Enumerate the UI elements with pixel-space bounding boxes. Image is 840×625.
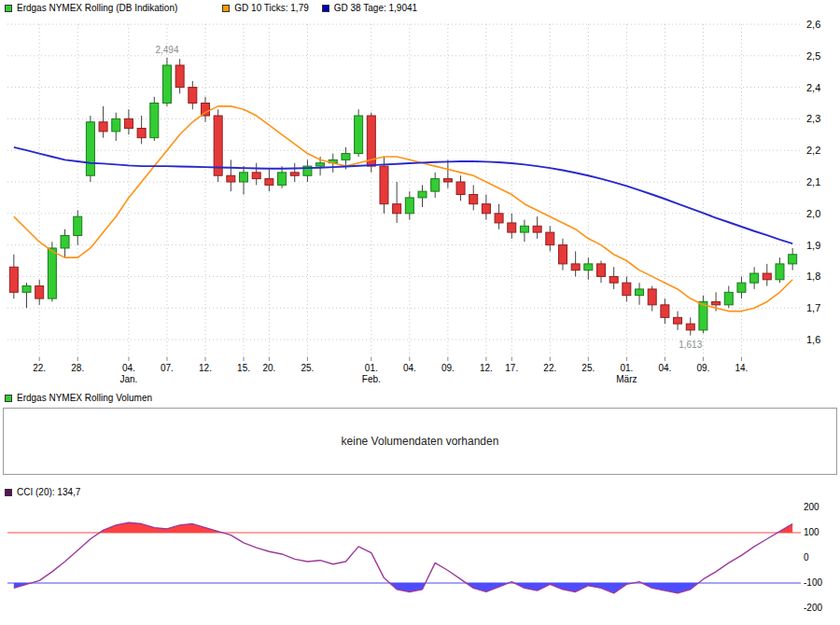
- candle: [533, 216, 541, 239]
- price-annotation: 1,613: [679, 340, 702, 350]
- candle: [776, 257, 784, 283]
- svg-text:20.: 20.: [262, 363, 275, 373]
- legend-item-gd10: GD 10 Ticks: 1,79: [222, 3, 308, 13]
- candle: [584, 257, 593, 280]
- candle: [495, 204, 503, 229]
- svg-text:04.: 04.: [122, 363, 135, 373]
- gd10-color-swatch: [222, 5, 230, 12]
- cci-overbought-fill: [14, 522, 792, 593]
- gd38-label: GD 38 Tage: 1,9041: [334, 3, 417, 13]
- price-axis-labels: 2,62,52,42,32,22,12,01,91,81,71,6: [806, 19, 820, 345]
- candle: [789, 248, 797, 271]
- svg-text:2,1: 2,1: [806, 176, 820, 188]
- gd10-label: GD 10 Ticks: 1,79: [234, 3, 308, 13]
- candle: [74, 210, 82, 244]
- svg-text:2,2: 2,2: [806, 145, 820, 156]
- candle: [265, 169, 273, 191]
- candle: [252, 163, 260, 186]
- cci-label: CCI (20): 134,7: [17, 487, 80, 497]
- svg-text:09.: 09.: [696, 363, 709, 373]
- svg-text:2,5: 2,5: [806, 50, 820, 62]
- candle: [482, 195, 490, 220]
- svg-text:1,9: 1,9: [806, 240, 820, 251]
- candle: [724, 286, 733, 309]
- candle: [355, 109, 363, 157]
- svg-text:2,3: 2,3: [806, 113, 820, 124]
- gd10-line: [14, 106, 792, 312]
- svg-text:12.: 12.: [199, 363, 212, 373]
- candles: [9, 58, 796, 336]
- candle: [393, 182, 401, 223]
- volume-legend: Erdgas NYMEX Rolling Volumen: [0, 392, 840, 404]
- candle: [699, 296, 707, 334]
- candle: [124, 109, 133, 134]
- candle: [189, 81, 197, 109]
- candle: [623, 276, 631, 301]
- candle: [737, 276, 746, 299]
- cci-axis-labels: 2001000-100-200: [804, 502, 822, 613]
- svg-text:09.: 09.: [441, 363, 455, 373]
- candle: [202, 97, 210, 122]
- svg-text:0: 0: [804, 552, 809, 562]
- svg-text:1,8: 1,8: [806, 271, 820, 282]
- svg-text:04.: 04.: [403, 363, 416, 373]
- month-label: Feb.: [362, 374, 381, 384]
- instrument-color-swatch: [5, 5, 12, 12]
- svg-text:01.: 01.: [365, 363, 378, 373]
- candle: [35, 280, 44, 305]
- svg-text:2,4: 2,4: [806, 82, 820, 93]
- candle: [609, 267, 618, 289]
- cci-line: [14, 522, 792, 593]
- candle: [137, 116, 146, 144]
- volume-label: Erdgas NYMEX Rolling Volumen: [17, 393, 152, 403]
- svg-text:15.: 15.: [237, 363, 250, 373]
- candle: [443, 160, 452, 188]
- svg-text:07.: 07.: [161, 363, 174, 373]
- svg-text:17.: 17.: [505, 363, 518, 373]
- candle: [162, 58, 171, 106]
- cci-chart[interactable]: 2001000-100-200: [0, 498, 840, 621]
- svg-text:100: 100: [804, 527, 819, 537]
- svg-text:1,7: 1,7: [806, 302, 820, 313]
- candle: [661, 299, 669, 324]
- svg-text:14.: 14.: [735, 363, 748, 373]
- cci-oversold-fill: [14, 522, 792, 593]
- svg-text:25.: 25.: [301, 363, 314, 373]
- svg-text:04.: 04.: [658, 363, 671, 373]
- candle: [648, 286, 656, 312]
- cci-legend: CCI (20): 134,7: [0, 486, 840, 498]
- month-label: Jan.: [119, 374, 137, 384]
- gd38-color-swatch: [322, 5, 329, 12]
- candle: [456, 175, 465, 201]
- candle: [150, 97, 159, 141]
- date-axis: 22.28.04.07.12.15.20.25.01.04.09.12.17.2…: [33, 357, 748, 384]
- candle: [750, 267, 759, 289]
- candle: [546, 226, 554, 251]
- chart-window: Erdgas NYMEX Rolling (DB Indikation) GD …: [0, 0, 840, 621]
- candle: [405, 191, 413, 219]
- candle: [431, 173, 440, 198]
- candle: [558, 239, 567, 271]
- candle: [763, 264, 771, 286]
- candle: [571, 251, 580, 276]
- candle: [240, 166, 248, 194]
- svg-text:28.: 28.: [71, 363, 84, 373]
- svg-text:2,6: 2,6: [806, 19, 820, 30]
- legend-item-instrument: Erdgas NYMEX Rolling (DB Indikation): [5, 3, 177, 13]
- legend-item-volume: Erdgas NYMEX Rolling Volumen: [5, 393, 152, 403]
- price-grid: [7, 24, 801, 357]
- svg-text:12.: 12.: [480, 363, 493, 373]
- candle: [175, 59, 184, 93]
- candle: [636, 283, 644, 305]
- price-chart[interactable]: 2,62,52,42,32,22,12,01,91,81,71,622.28.0…: [0, 14, 840, 387]
- candle: [22, 283, 31, 308]
- candle: [674, 312, 682, 330]
- svg-text:200: 200: [804, 502, 819, 512]
- main-chart-legend: Erdgas NYMEX Rolling (DB Indikation) GD …: [0, 0, 840, 14]
- svg-text:22.: 22.: [33, 363, 46, 373]
- candle: [508, 214, 516, 239]
- candle: [61, 229, 69, 257]
- candle: [469, 185, 478, 210]
- volume-empty-message: keine Volumendaten vorhanden: [342, 435, 499, 448]
- candle: [520, 220, 528, 243]
